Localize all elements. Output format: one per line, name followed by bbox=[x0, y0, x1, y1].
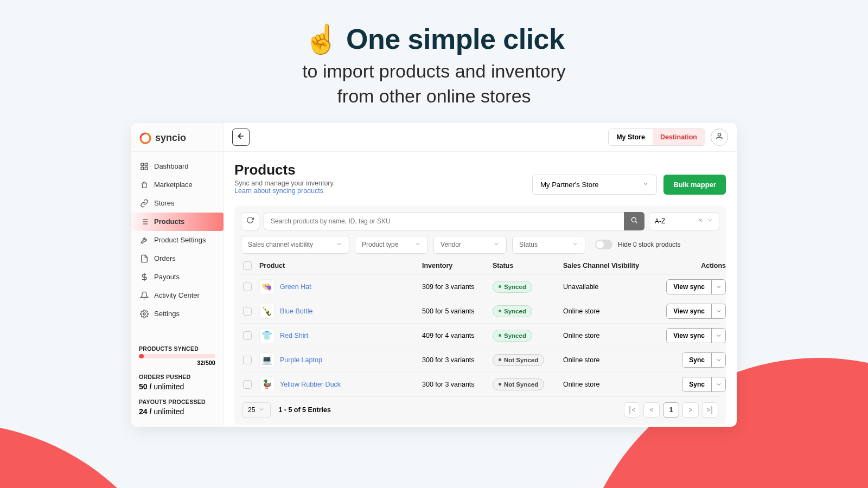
row-action-main[interactable]: Sync bbox=[682, 377, 711, 391]
row-action-caret[interactable] bbox=[711, 280, 725, 294]
nav-label: Activity Center bbox=[154, 291, 200, 299]
col-status: Status bbox=[493, 262, 563, 269]
status-badge: Not Synced bbox=[493, 378, 544, 390]
refresh-button[interactable] bbox=[241, 212, 259, 230]
partner-store-select[interactable]: My Partner's Store bbox=[532, 175, 657, 195]
table-header: Product Inventory Status Sales Channel V… bbox=[241, 257, 719, 274]
product-link[interactable]: Green Hat bbox=[280, 283, 311, 291]
row-action-caret[interactable] bbox=[711, 377, 725, 391]
search-button[interactable] bbox=[624, 212, 644, 230]
page-last-button[interactable]: >⎮ bbox=[702, 402, 718, 418]
page-next-button[interactable]: > bbox=[682, 402, 699, 418]
visibility-cell: Online store bbox=[563, 356, 650, 364]
hide-zero-stock-toggle[interactable] bbox=[595, 240, 612, 249]
products-table: Product Inventory Status Sales Channel V… bbox=[241, 257, 719, 396]
nav-label: Payouts bbox=[154, 273, 180, 281]
row-checkbox[interactable] bbox=[243, 282, 252, 291]
page-current[interactable]: 1 bbox=[663, 402, 679, 418]
payouts-processed-value: 24 / unlimited bbox=[139, 407, 215, 416]
promo-headline: ☝️ One simple click bbox=[0, 23, 868, 56]
sidebar-item-activity-center[interactable]: Activity Center bbox=[131, 286, 223, 305]
user-icon bbox=[715, 132, 724, 143]
gear-icon bbox=[140, 310, 149, 318]
learn-link[interactable]: Learn about syncing products bbox=[234, 187, 335, 195]
account-menu-button[interactable] bbox=[711, 129, 728, 146]
nav-label: Products bbox=[154, 217, 184, 226]
row-action-main[interactable]: Sync bbox=[682, 353, 711, 367]
sidebar-item-dashboard[interactable]: Dashboard bbox=[131, 157, 223, 176]
destination-button[interactable]: Destination bbox=[653, 129, 705, 145]
product-link[interactable]: Blue Bottle bbox=[280, 307, 312, 315]
sidebar-stats: PRODUCTS SYNCED 32/500 ORDERS PUSHED 50 … bbox=[131, 338, 223, 427]
brand-logo-icon bbox=[139, 132, 152, 145]
product-link[interactable]: Red Shirt bbox=[280, 332, 308, 339]
sidebar-item-products[interactable]: Products bbox=[131, 213, 224, 231]
orders-pushed-value: 50 / unlimited bbox=[139, 382, 215, 391]
nav-label: Stores bbox=[154, 199, 175, 207]
col-inventory: Inventory bbox=[422, 262, 493, 269]
clear-sort-icon[interactable] bbox=[697, 217, 704, 225]
list-icon bbox=[140, 217, 149, 226]
sidebar-item-payouts[interactable]: Payouts bbox=[131, 268, 223, 286]
row-action-main[interactable]: View sync bbox=[667, 329, 711, 343]
filter-visibility[interactable]: Sales channel visibility bbox=[241, 236, 349, 254]
hide-zero-stock-label: Hide 0 stock products bbox=[618, 241, 680, 248]
sidebar-item-marketplace[interactable]: Marketplace bbox=[131, 176, 223, 194]
payouts-processed-label: PAYOUTS PROCESSED bbox=[139, 399, 215, 405]
sidebar-item-orders[interactable]: Orders bbox=[131, 249, 223, 268]
select-all-checkbox[interactable] bbox=[243, 261, 252, 270]
page-subtitle: Sync and manage your inventory. bbox=[234, 179, 335, 187]
mystore-button[interactable]: My Store bbox=[609, 129, 653, 145]
row-checkbox[interactable] bbox=[243, 380, 252, 389]
row-checkbox[interactable] bbox=[243, 307, 252, 316]
sort-label: A-Z bbox=[655, 217, 665, 225]
table-footer: 25 1 - 5 of 5 Entries ⎮< < 1 > >⎮ bbox=[241, 396, 719, 418]
row-checkbox[interactable] bbox=[243, 356, 252, 364]
row-action-main[interactable]: View sync bbox=[667, 280, 711, 294]
bulk-mapper-button[interactable]: Bulk mapper bbox=[663, 175, 726, 195]
product-thumb: 👒 bbox=[259, 279, 275, 294]
sidebar-item-product-settings[interactable]: Product Settings bbox=[131, 231, 223, 249]
product-thumb: 🍾 bbox=[259, 304, 275, 319]
row-action-main[interactable]: View sync bbox=[667, 304, 711, 318]
svg-rect-2 bbox=[145, 163, 148, 166]
search-input[interactable] bbox=[264, 212, 624, 230]
product-link[interactable]: Purple Laptop bbox=[280, 356, 322, 364]
pointing-up-icon: ☝️ bbox=[304, 23, 339, 55]
row-checkbox[interactable] bbox=[243, 331, 252, 340]
table-row: 🍾 Blue Bottle 500 for 5 variants Synced … bbox=[241, 299, 719, 323]
back-button[interactable] bbox=[232, 129, 250, 146]
table-row: 👒 Green Hat 309 for 3 variants Synced Un… bbox=[241, 274, 719, 299]
row-action-caret[interactable] bbox=[711, 329, 725, 343]
arrow-left-icon bbox=[237, 132, 245, 143]
product-thumb: 👕 bbox=[259, 328, 275, 343]
svg-rect-3 bbox=[141, 167, 144, 170]
visibility-cell: Online store bbox=[563, 381, 650, 388]
bell-icon bbox=[140, 291, 149, 300]
row-action-button: Sync bbox=[682, 352, 726, 368]
filter-status[interactable]: Status bbox=[512, 236, 585, 254]
bag-icon bbox=[140, 181, 149, 189]
store-mode-toggle: My Store Destination bbox=[608, 129, 705, 146]
inventory-cell: 309 for 3 variants bbox=[422, 283, 493, 291]
product-link[interactable]: Yellow Rubber Duck bbox=[280, 381, 341, 388]
pagesize-select[interactable]: 25 bbox=[242, 402, 271, 418]
col-product: Product bbox=[259, 262, 422, 269]
nav: Dashboard Marketplace Stores Products Pr… bbox=[131, 152, 223, 329]
entries-text: 1 - 5 of 5 Entries bbox=[278, 406, 331, 414]
page-body: Products Sync and manage your inventory.… bbox=[224, 152, 737, 427]
app-window: syncio Dashboard Marketplace Stores Prod… bbox=[131, 123, 737, 427]
nav-label: Orders bbox=[154, 254, 176, 262]
sidebar-item-stores[interactable]: Stores bbox=[131, 194, 223, 213]
main-panel: My Store Destination Products Sync and m… bbox=[224, 123, 737, 427]
filter-product-type[interactable]: Product type bbox=[355, 236, 428, 254]
chevron-down-icon bbox=[258, 406, 265, 414]
page-first-button[interactable]: ⎮< bbox=[624, 402, 640, 418]
sort-select[interactable]: A-Z bbox=[649, 212, 719, 230]
sidebar-item-settings[interactable]: Settings bbox=[131, 305, 223, 323]
orders-pushed-label: ORDERS PUSHED bbox=[139, 374, 215, 380]
filter-vendor[interactable]: Vendor bbox=[433, 236, 507, 254]
page-prev-button[interactable]: < bbox=[643, 402, 660, 418]
row-action-caret[interactable] bbox=[711, 304, 725, 318]
row-action-caret[interactable] bbox=[711, 353, 725, 367]
